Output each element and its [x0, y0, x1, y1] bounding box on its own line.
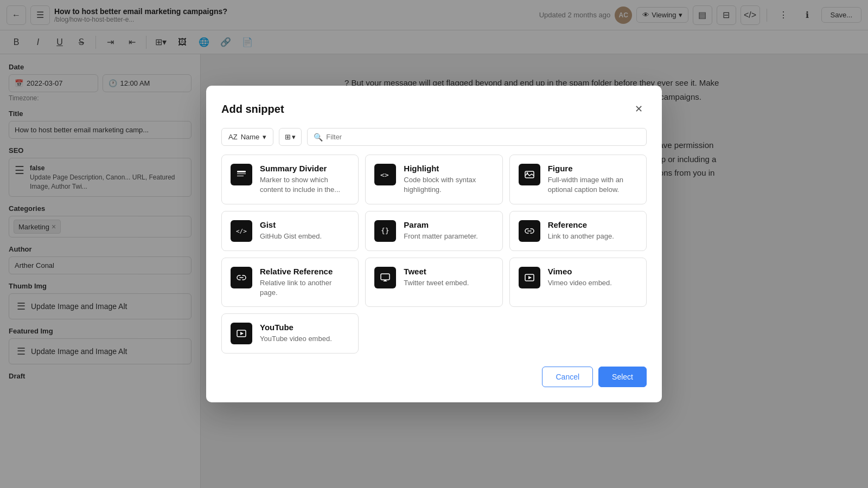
- snippet-card-highlight[interactable]: <> Highlight Code block with syntax high…: [365, 155, 502, 204]
- modal-close-button[interactable]: ✕: [630, 101, 647, 117]
- snippet-name-relative-reference: Relative Reference: [260, 267, 349, 276]
- snippet-icon-reference: [519, 220, 540, 242]
- snippet-desc-highlight: Code block with syntax highlighting.: [404, 175, 493, 195]
- snippet-desc-figure: Full-width image with an optional captio…: [548, 175, 637, 195]
- snippet-card-youtube[interactable]: YouTube YouTube video embed.: [221, 313, 359, 354]
- snippet-card-reference[interactable]: Reference Link to another page.: [509, 211, 647, 251]
- svg-point-5: [526, 172, 528, 174]
- snippet-name-tweet: Tweet: [404, 267, 469, 276]
- snippet-icon-tweet: [374, 267, 396, 288]
- sort-label: Name: [241, 133, 260, 141]
- add-snippet-modal: Add snippet ✕ AZ Name ▾ ⊞ ▾ 🔍: [206, 86, 662, 402]
- snippet-name-highlight: Highlight: [404, 164, 493, 173]
- snippet-body-tweet: Tweet Twitter tweet embed.: [404, 267, 469, 288]
- svg-rect-0: [237, 171, 246, 172]
- snippet-desc-gist: GitHub Gist embed.: [260, 232, 322, 241]
- snippet-name-figure: Figure: [548, 164, 637, 173]
- modal-header: Add snippet ✕: [221, 101, 647, 117]
- view-chevron-icon: ▾: [292, 133, 296, 141]
- snippet-desc-param: Front matter parameter.: [404, 232, 478, 241]
- snippet-card-param[interactable]: {} Param Front matter parameter.: [365, 211, 502, 251]
- filter-search-icon: 🔍: [314, 133, 323, 142]
- snippet-body-vimeo: Vimeo Vimeo video embed.: [548, 267, 612, 288]
- snippet-body-gist: Gist GitHub Gist embed.: [260, 220, 322, 241]
- svg-rect-1: [237, 174, 246, 174]
- snippet-desc-relative-reference: Relative link to another page.: [260, 278, 349, 298]
- filter-input[interactable]: [307, 128, 647, 146]
- snippet-body-param: Param Front matter parameter.: [404, 220, 478, 241]
- snippet-icon-summary-divider: [231, 164, 252, 185]
- snippet-body-summary-divider: Summary Divider Marker to show which con…: [260, 164, 349, 195]
- snippet-icon-param: {}: [374, 220, 396, 242]
- snippet-desc-tweet: Twitter tweet embed.: [404, 278, 469, 288]
- modal-footer: Cancel Select: [221, 367, 647, 387]
- grid-view-icon: ⊞: [285, 133, 291, 141]
- sort-chevron-icon: ▾: [263, 133, 266, 141]
- modal-title: Add snippet: [221, 103, 284, 115]
- snippet-icon-youtube: [231, 323, 252, 344]
- snippet-name-gist: Gist: [260, 220, 322, 229]
- snippet-icon-highlight: <>: [374, 164, 396, 185]
- snippet-desc-reference: Link to another page.: [548, 232, 614, 241]
- modal-toolbar: AZ Name ▾ ⊞ ▾ 🔍: [221, 128, 647, 146]
- cancel-button[interactable]: Cancel: [542, 367, 593, 387]
- snippet-card-figure[interactable]: Figure Full-width image with an optional…: [509, 155, 647, 204]
- snippet-name-reference: Reference: [548, 220, 614, 229]
- select-button[interactable]: Select: [598, 367, 647, 387]
- filter-input-wrap: 🔍: [307, 128, 647, 146]
- view-toggle-button[interactable]: ⊞ ▾: [279, 128, 302, 146]
- snippet-card-gist[interactable]: </> Gist GitHub Gist embed.: [221, 211, 359, 251]
- snippet-name-param: Param: [404, 220, 478, 229]
- snippet-body-reference: Reference Link to another page.: [548, 220, 614, 241]
- snippet-name-youtube: YouTube: [260, 323, 332, 332]
- snippet-body-youtube: YouTube YouTube video embed.: [260, 323, 332, 344]
- snippet-icon-relative-reference: [231, 267, 252, 288]
- snippet-icon-gist: </>: [231, 220, 252, 242]
- snippet-card-tweet[interactable]: Tweet Twitter tweet embed.: [365, 258, 502, 307]
- svg-rect-8: [381, 274, 390, 280]
- snippet-name-vimeo: Vimeo: [548, 267, 612, 276]
- snippet-icon-figure: [519, 164, 540, 185]
- snippet-desc-youtube: YouTube video embed.: [260, 334, 332, 344]
- modal-overlay: Add snippet ✕ AZ Name ▾ ⊞ ▾ 🔍: [0, 0, 868, 488]
- snippet-body-highlight: Highlight Code block with syntax highlig…: [404, 164, 493, 195]
- svg-text:{}: {}: [381, 227, 390, 235]
- svg-text:<>: <>: [380, 171, 389, 179]
- snippet-card-relative-reference[interactable]: Relative Reference Relative link to anot…: [221, 258, 359, 307]
- snippet-card-vimeo[interactable]: Vimeo Vimeo video embed.: [509, 258, 647, 307]
- svg-text:</>: </>: [236, 228, 247, 235]
- snippet-name-summary-divider: Summary Divider: [260, 164, 349, 173]
- snippet-desc-summary-divider: Marker to show which content to include …: [260, 175, 349, 195]
- snippet-body-relative-reference: Relative Reference Relative link to anot…: [260, 267, 349, 298]
- snippet-body-figure: Figure Full-width image with an optional…: [548, 164, 637, 195]
- snippet-card-summary-divider[interactable]: Summary Divider Marker to show which con…: [221, 155, 359, 204]
- sort-az-icon: AZ: [228, 133, 238, 141]
- snippet-grid: Summary Divider Marker to show which con…: [221, 155, 647, 354]
- svg-rect-2: [237, 176, 244, 176]
- snippet-desc-vimeo: Vimeo video embed.: [548, 278, 612, 288]
- sort-button[interactable]: AZ Name ▾: [221, 128, 273, 146]
- snippet-icon-vimeo: [519, 267, 540, 288]
